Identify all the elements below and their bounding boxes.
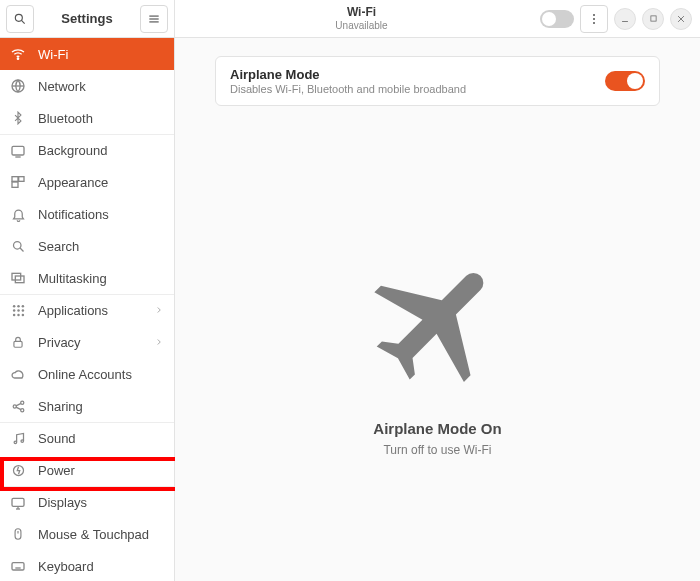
sidebar-item-label: Keyboard	[38, 559, 164, 574]
sidebar-item-label: Power	[38, 463, 164, 478]
wifi-toggle[interactable]	[540, 10, 574, 28]
music-icon	[10, 431, 26, 447]
chevron-right-icon	[154, 303, 164, 318]
sidebar-item-online-accounts[interactable]: Online Accounts	[0, 358, 174, 390]
sidebar-item-label: Mouse & Touchpad	[38, 527, 164, 542]
sidebar-item-label: Online Accounts	[38, 367, 164, 382]
sidebar-item-label: Network	[38, 79, 164, 94]
svg-rect-9	[12, 177, 18, 182]
sidebar-item-displays[interactable]: Displays	[0, 486, 174, 518]
kebab-icon	[587, 12, 601, 26]
sidebar-item-label: Sharing	[38, 399, 164, 414]
airplane-icon	[358, 243, 518, 406]
sidebar: Settings Wi-Fi Network Bluetooth Backgro…	[0, 0, 175, 581]
sidebar-item-label: Sound	[38, 431, 164, 446]
svg-point-0	[15, 14, 22, 21]
svg-point-21	[21, 309, 24, 312]
sidebar-item-bluetooth[interactable]: Bluetooth	[0, 102, 174, 134]
search-button[interactable]	[6, 5, 34, 33]
bluetooth-icon	[10, 110, 26, 126]
sidebar-item-label: Wi-Fi	[38, 47, 164, 62]
svg-point-22	[12, 314, 15, 317]
svg-line-1	[21, 20, 24, 23]
svg-point-12	[13, 241, 21, 249]
sidebar-item-label: Background	[38, 143, 164, 158]
svg-rect-7	[12, 146, 24, 155]
mouse-icon	[10, 526, 26, 542]
sidebar-item-label: Displays	[38, 495, 164, 510]
svg-point-23	[17, 314, 20, 317]
main-header: Wi-Fi Unavailable	[175, 0, 700, 38]
search-icon	[10, 238, 26, 254]
svg-rect-25	[14, 341, 22, 347]
share-icon	[10, 398, 26, 414]
chevron-right-icon	[154, 335, 164, 350]
keyboard-icon	[10, 558, 26, 574]
close-button[interactable]	[670, 8, 692, 30]
power-icon	[10, 462, 26, 478]
sidebar-item-keyboard[interactable]: Keyboard	[0, 550, 174, 581]
sidebar-item-label: Privacy	[38, 335, 142, 350]
svg-line-30	[16, 407, 21, 410]
page-subtitle: Unavailable	[183, 20, 540, 31]
sidebar-item-sound[interactable]: Sound	[0, 422, 174, 454]
sidebar-title: Settings	[34, 11, 140, 26]
svg-point-46	[593, 22, 595, 24]
lock-icon	[10, 334, 26, 350]
sidebar-item-wifi[interactable]: Wi-Fi	[0, 38, 174, 70]
minimize-button[interactable]	[614, 8, 636, 30]
sidebar-list: Wi-Fi Network Bluetooth Background Appea…	[0, 38, 174, 581]
display-icon	[10, 495, 26, 511]
airplane-mode-toggle[interactable]	[605, 71, 645, 91]
sidebar-item-power[interactable]: Power	[0, 454, 174, 486]
card-subtitle: Disables Wi-Fi, Bluetooth and mobile bro…	[230, 83, 605, 95]
svg-rect-37	[15, 529, 21, 540]
hamburger-icon	[147, 12, 161, 26]
maximize-button[interactable]	[642, 8, 664, 30]
minimize-icon	[620, 14, 630, 24]
card-title: Airplane Mode	[230, 67, 605, 82]
svg-rect-14	[12, 273, 21, 280]
svg-point-31	[14, 441, 17, 444]
svg-point-44	[593, 13, 595, 15]
svg-point-5	[17, 58, 18, 59]
svg-point-32	[21, 440, 24, 443]
kebab-menu-button[interactable]	[580, 5, 608, 33]
maximize-icon	[649, 14, 658, 23]
svg-rect-11	[12, 182, 18, 187]
svg-point-20	[17, 309, 20, 312]
svg-rect-10	[19, 177, 24, 182]
svg-line-29	[16, 403, 21, 406]
svg-point-45	[593, 18, 595, 20]
svg-rect-34	[12, 498, 24, 506]
sidebar-item-background[interactable]: Background	[0, 134, 174, 166]
sidebar-item-network[interactable]: Network	[0, 70, 174, 102]
sidebar-item-label: Notifications	[38, 207, 164, 222]
sidebar-item-privacy[interactable]: Privacy	[0, 326, 174, 358]
svg-point-18	[21, 305, 24, 308]
svg-point-17	[17, 305, 20, 308]
appearance-icon	[10, 174, 26, 190]
empty-subtitle: Turn off to use Wi-Fi	[383, 443, 491, 457]
sidebar-item-mouse[interactable]: Mouse & Touchpad	[0, 518, 174, 550]
sidebar-item-notifications[interactable]: Notifications	[0, 198, 174, 230]
svg-point-16	[12, 305, 15, 308]
sidebar-item-multitasking[interactable]: Multitasking	[0, 262, 174, 294]
svg-rect-39	[12, 563, 24, 570]
bell-icon	[10, 206, 26, 222]
sidebar-item-search[interactable]: Search	[0, 230, 174, 262]
svg-point-24	[21, 314, 24, 317]
svg-line-13	[20, 248, 23, 251]
empty-state: Airplane Mode On Turn off to use Wi-Fi	[358, 136, 518, 563]
svg-rect-15	[15, 276, 24, 283]
wifi-icon	[10, 46, 26, 62]
sidebar-item-sharing[interactable]: Sharing	[0, 390, 174, 422]
svg-point-19	[12, 309, 15, 312]
applications-icon	[10, 303, 26, 319]
background-icon	[10, 143, 26, 159]
sidebar-item-label: Applications	[38, 303, 142, 318]
sidebar-item-appearance[interactable]: Appearance	[0, 166, 174, 198]
menu-button[interactable]	[140, 5, 168, 33]
sidebar-item-applications[interactable]: Applications	[0, 294, 174, 326]
sidebar-item-label: Multitasking	[38, 271, 164, 286]
